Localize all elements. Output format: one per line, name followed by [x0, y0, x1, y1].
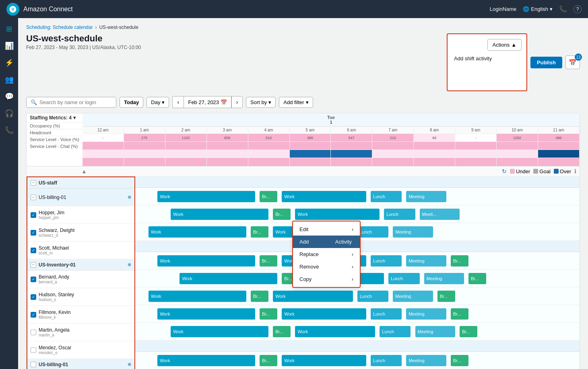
- group-billing-checkbox[interactable]: [31, 362, 36, 367]
- martin-meeting-block[interactable]: Meeting: [406, 308, 446, 320]
- schwarz-meeting-block[interactable]: Meeti...: [420, 209, 460, 220]
- search-box[interactable]: 🔍: [26, 97, 116, 108]
- mendez-break2-block[interactable]: Br...: [460, 326, 477, 337]
- phone-icon[interactable]: 📞: [559, 5, 567, 13]
- martin-break2-block[interactable]: Br...: [451, 308, 468, 320]
- bernard-lunch-block[interactable]: Lunch: [371, 255, 402, 266]
- bernard-work-block[interactable]: Work: [157, 255, 255, 266]
- hopper-meeting-block[interactable]: Meeting: [406, 191, 446, 202]
- time-label-6am: 6 am: [331, 127, 372, 133]
- martin-break-block[interactable]: Br...: [260, 308, 277, 320]
- sidebar-item-channels[interactable]: 💬: [2, 89, 17, 104]
- refresh-icon[interactable]: ↻: [502, 168, 507, 174]
- martin-lunch-block[interactable]: Lunch: [371, 308, 402, 320]
- scott-checkbox[interactable]: ✓: [31, 248, 36, 253]
- context-add[interactable]: Add Activity: [293, 236, 360, 248]
- context-edit[interactable]: Edit ›: [293, 223, 360, 236]
- add-filter-button[interactable]: Add filter ▾: [279, 97, 313, 108]
- scott-break-block[interactable]: Br...: [251, 226, 268, 238]
- schwarz-work-block[interactable]: Work: [171, 209, 268, 220]
- schwarz-break-block[interactable]: Br...: [273, 209, 291, 220]
- bernard-checkbox[interactable]: ✓: [31, 277, 36, 282]
- context-remove[interactable]: Remove ›: [293, 260, 360, 273]
- bratton-break-block[interactable]: Br...: [260, 355, 277, 366]
- sidebar-item-home[interactable]: ⊞: [2, 21, 17, 37]
- scott-meeting-block[interactable]: Meeting: [393, 226, 433, 238]
- mendez-work-block[interactable]: Work: [171, 326, 268, 337]
- bernard-meeting-block[interactable]: Meeting: [406, 255, 446, 266]
- bratton-meeting-block[interactable]: Meeting: [406, 355, 446, 366]
- schwarz-work2-block[interactable]: Work: [295, 209, 380, 220]
- scott-work-block[interactable]: Work: [149, 226, 246, 238]
- fillmore-work-block[interactable]: Work: [149, 291, 246, 302]
- search-input[interactable]: [39, 99, 112, 105]
- hopper-break-block[interactable]: Br...: [260, 191, 277, 202]
- breadcrumb-parent-link[interactable]: Scheduling: Schedule calendar: [26, 25, 93, 30]
- schwarz-lunch-block[interactable]: Lunch: [384, 209, 415, 220]
- add-shift-activity-item[interactable]: Add shift activity: [448, 52, 526, 65]
- mendez-work2-block[interactable]: Work: [295, 326, 375, 337]
- fillmore-checkbox[interactable]: ✓: [31, 312, 36, 318]
- billing-grp-expand[interactable]: ⊕: [128, 362, 131, 367]
- hudson-checkbox[interactable]: ✓: [31, 294, 36, 300]
- bratton-break2-block[interactable]: Br...: [451, 355, 468, 366]
- sidebar-item-routing[interactable]: ⚡: [2, 55, 17, 70]
- bratton-work2-block[interactable]: Work: [282, 355, 366, 366]
- context-replace[interactable]: Replace ›: [293, 248, 360, 260]
- today-button[interactable]: Today: [120, 97, 143, 108]
- bratton-work-block[interactable]: Work: [157, 355, 255, 366]
- sidebar-item-analytics[interactable]: 📊: [2, 38, 17, 53]
- language-selector[interactable]: 🌐 English ▾: [523, 6, 553, 12]
- bernard-name: Bernard, Andy: [39, 274, 69, 280]
- add-label: Add: [293, 236, 327, 248]
- hudson-meeting-block[interactable]: Meeting: [424, 273, 464, 284]
- fillmore-break2-block[interactable]: Br...: [437, 291, 455, 302]
- martin-checkbox[interactable]: [31, 330, 36, 335]
- inventory-expand[interactable]: ⊕: [128, 262, 131, 267]
- hudson-lunch-block[interactable]: Lunch: [388, 273, 419, 284]
- martin-work2-block[interactable]: Work: [282, 308, 366, 320]
- context-copy[interactable]: Copy ›: [293, 273, 360, 285]
- prev-date-button[interactable]: ‹: [172, 96, 184, 108]
- next-date-button[interactable]: ›: [231, 96, 243, 108]
- bernard-break2-block[interactable]: Br...: [451, 255, 468, 266]
- sort-by-button[interactable]: Sort by ▾: [246, 97, 276, 108]
- sidebar-item-phone[interactable]: 📞: [2, 123, 17, 138]
- bratton-lunch-block[interactable]: Lunch: [371, 355, 402, 366]
- group-us-staff-checkbox[interactable]: −: [31, 180, 36, 186]
- hopper-work2-block[interactable]: Work: [282, 191, 366, 202]
- hopper-work-block[interactable]: Work: [157, 191, 255, 202]
- sidebar-item-headset[interactable]: 🎧: [2, 106, 17, 121]
- hc-9: [414, 142, 455, 150]
- group-us-staff-header: − US-staff: [27, 177, 134, 189]
- hudson-break2-block[interactable]: Br...: [468, 273, 486, 284]
- info-icon[interactable]: ℹ: [574, 168, 576, 174]
- fillmore-work2-block[interactable]: Work: [273, 291, 353, 302]
- hudson-work-block[interactable]: Work: [179, 273, 277, 284]
- mendez-checkbox[interactable]: [31, 347, 36, 353]
- hopper-checkbox[interactable]: ✓: [31, 212, 36, 218]
- scott-lunch-block[interactable]: Lunch: [357, 226, 388, 238]
- calendar-button[interactable]: 📅 13: [565, 55, 580, 69]
- actions-button[interactable]: Actions ▲: [487, 39, 522, 51]
- billing-01-expand[interactable]: ⊕: [128, 195, 131, 200]
- fillmore-meeting-block[interactable]: Meeting: [393, 291, 433, 302]
- day-dropdown-button[interactable]: Day ▾: [146, 97, 169, 108]
- occupancy-row: - 275 1102 608 516 388 547 210 66 - 1292…: [83, 134, 580, 142]
- schwarz-checkbox[interactable]: ✓: [31, 230, 36, 236]
- sidebar-item-users[interactable]: 👥: [2, 72, 17, 87]
- group-inventory-checkbox[interactable]: −: [31, 262, 36, 268]
- billing-01-checkbox[interactable]: −: [31, 195, 36, 200]
- publish-button[interactable]: Publish: [530, 57, 562, 68]
- mendez-lunch-block[interactable]: Lunch: [380, 326, 411, 337]
- fillmore-break-block[interactable]: Br...: [251, 291, 268, 302]
- fillmore-lunch-block[interactable]: Lunch: [357, 291, 388, 302]
- bernard-break-block[interactable]: Br...: [260, 255, 277, 266]
- mendez-break-block[interactable]: Br...: [273, 326, 291, 337]
- hopper-lunch-block[interactable]: Lunch: [371, 191, 402, 202]
- mendez-meeting-block[interactable]: Meeting: [415, 326, 455, 337]
- chevron-down-icon-staffing[interactable]: ▾: [73, 115, 76, 121]
- collapse-icon[interactable]: ▲: [81, 168, 87, 174]
- help-icon[interactable]: ?: [574, 5, 582, 13]
- martin-work-block[interactable]: Work: [157, 308, 255, 320]
